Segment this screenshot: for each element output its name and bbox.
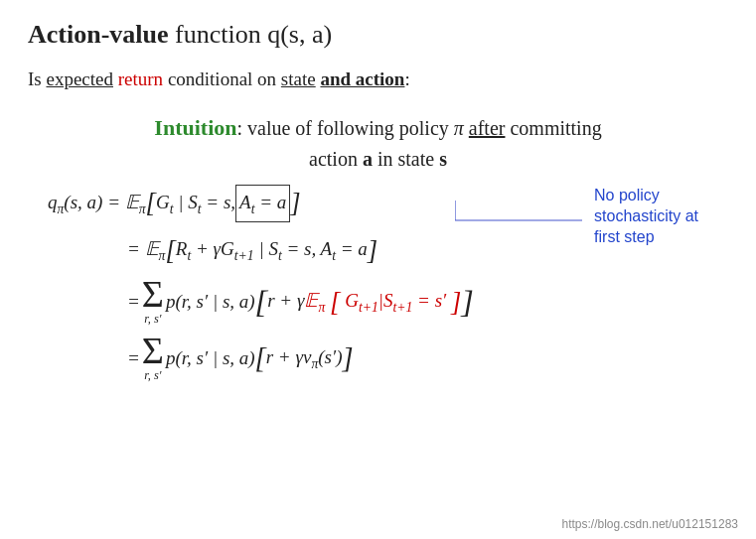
watermark: https://blog.csdn.net/u012151283: [562, 517, 738, 531]
subtitle-colon: :: [404, 68, 409, 89]
eq1-bracket-close: ]: [290, 181, 300, 225]
eq4-equals: =: [127, 342, 140, 374]
eq4-p: p(r, s′ | s, a): [166, 342, 255, 374]
subtitle-and-action: and action: [320, 68, 404, 89]
eq4-sum-sym: Σ: [142, 332, 164, 369]
subtitle-suffix: conditional on: [163, 68, 281, 89]
intuition-line1: Intuition: value of following policy π a…: [28, 111, 728, 144]
subtitle-return: return: [118, 68, 163, 89]
equation-row-4: = Σ r, s′ p(r, s′ | s, a) [ r + γvπ(s′) …: [127, 332, 728, 386]
equations-area: No policy stochasticity at first step qπ…: [28, 181, 728, 385]
annotation-text: No policy stochasticity at first step: [594, 186, 698, 247]
subtitle-prefix: Is: [28, 68, 46, 89]
intuition-line2: action a in state s: [28, 148, 728, 171]
annotation-line2: stochasticity at: [594, 206, 698, 227]
subtitle: Is expected return conditional on state …: [28, 66, 728, 94]
eq3-sum-sym: Σ: [142, 275, 164, 313]
eq2-equals: = 𝔼π: [127, 233, 165, 267]
annotation-container: No policy stochasticity at first step: [594, 186, 698, 247]
title-normal: function q(s, a): [169, 20, 333, 49]
eq2-content: Rt + γGt+1 | St = s, At = a: [176, 233, 368, 267]
eq4-inside: r + γvπ(s′): [266, 341, 343, 375]
eq3-red-bracket-open: [: [330, 287, 340, 317]
eq1-lhs: qπ(s, a) = 𝔼π: [48, 187, 146, 220]
main-container: Action-value function q(s, a) Is expecte…: [0, 0, 756, 398]
intuition-text1: value of following policy π after commit…: [242, 117, 602, 139]
subtitle-state: state: [281, 68, 316, 89]
eq2-bracket-open: [: [165, 228, 175, 273]
eq3-bracket-close: ]: [461, 275, 474, 330]
eq1-mid: Gt | St = s,: [156, 187, 235, 220]
eq4-sum: Σ r, s′: [142, 332, 164, 386]
subtitle-expected: expected: [46, 68, 113, 89]
eq1-boxed: At = a: [235, 185, 290, 222]
eq4-bracket-close: ]: [342, 335, 353, 382]
annotation-line1: No policy: [594, 186, 698, 206]
eq3-red-content: Gt+1|St+1 = s′: [345, 290, 446, 311]
eq3-red-bracket-close: ]: [451, 287, 461, 317]
annotation-line-svg: [455, 181, 584, 250]
title-bold: Action-value: [28, 20, 169, 49]
eq3-sum-sub: r, s′: [144, 309, 161, 330]
eq2-bracket-close: ]: [368, 228, 378, 273]
intuition-label: Intuition: [154, 115, 236, 140]
eq3-p: p(r, s′ | s, a): [166, 286, 255, 318]
eq1-bracket-open: [: [146, 181, 156, 225]
eq4-sum-sub: r, s′: [144, 365, 161, 386]
eq3-equals: =: [127, 286, 140, 318]
eq3-inside: r + γ𝔼π [ Gt+1|St+1 = s′ ]: [267, 280, 461, 325]
annotation-line3: first step: [594, 227, 698, 248]
eq3-sum: Σ r, s′: [142, 275, 164, 330]
page-title: Action-value function q(s, a): [28, 18, 728, 52]
eq4-bracket-open: [: [255, 335, 266, 382]
eq3-bracket-open: [: [255, 275, 268, 330]
equation-row-3: = Σ r, s′ p(r, s′ | s, a) [ r + γ𝔼π [ Gt…: [127, 275, 728, 330]
